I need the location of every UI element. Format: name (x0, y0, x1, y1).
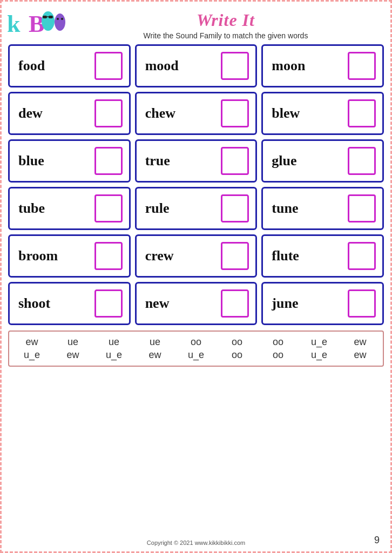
word-label: shoot (18, 295, 50, 312)
answer-box[interactable] (94, 52, 123, 80)
answer-box[interactable] (221, 52, 249, 80)
word-card: june (261, 282, 384, 325)
answer-box[interactable] (94, 99, 123, 127)
word-label: june (272, 295, 298, 312)
word-label: dew (18, 105, 43, 122)
page-subtitle: Write the Sound Family to match the give… (67, 31, 384, 40)
sound-cell: ew (349, 336, 371, 348)
word-card: blew (261, 92, 384, 135)
answer-box[interactable] (221, 99, 249, 127)
word-label: rule (145, 200, 170, 217)
sound-bank-row: u_eewu_eewu_eoooou_eew (11, 349, 381, 361)
answer-box[interactable] (221, 147, 249, 175)
word-card: blue (8, 139, 131, 183)
word-label: true (145, 153, 170, 169)
word-card: flute (261, 234, 384, 278)
word-label: tube (18, 200, 45, 217)
word-label: food (18, 58, 45, 74)
word-card: food (8, 44, 131, 87)
title-area: Write It Write the Sound Family to match… (67, 10, 384, 40)
sound-cell: ew (349, 349, 371, 361)
word-card: mood (135, 44, 258, 87)
sound-cell: ew (21, 336, 43, 348)
word-label: flute (272, 248, 299, 264)
sound-cell: u_e (185, 349, 207, 361)
sound-cell: oo (185, 336, 207, 348)
answer-box[interactable] (94, 289, 123, 318)
sound-cell: ew (144, 349, 166, 361)
sound-cell: oo (226, 336, 248, 348)
sound-cell: oo (226, 349, 248, 361)
sound-cell: u_e (21, 349, 43, 361)
header: Write It Write the Sound Family to match… (8, 8, 384, 40)
word-card: moon (261, 44, 384, 87)
answer-box[interactable] (94, 242, 123, 270)
word-card: rule (135, 187, 258, 230)
word-label: new (145, 295, 170, 312)
word-card: crew (135, 234, 258, 278)
sound-bank-row: ewueueueoooooou_eew (11, 336, 381, 348)
word-card: glue (261, 139, 384, 183)
word-label: moon (272, 58, 305, 74)
copyright-text: Copyright © 2021 www.kikkibikki.com (147, 539, 245, 546)
word-card: shoot (8, 282, 131, 325)
page-number: 9 (374, 535, 380, 546)
sound-cell: u_e (308, 349, 330, 361)
sound-cell: oo (267, 336, 289, 348)
word-card: new (135, 282, 258, 325)
sound-cell: u_e (308, 336, 330, 348)
answer-box[interactable] (348, 289, 376, 318)
word-grid: foodmoodmoondewchewblewbluetruegluetuber… (8, 44, 384, 325)
answer-box[interactable] (348, 147, 376, 175)
answer-box[interactable] (221, 194, 249, 222)
footer: Copyright © 2021 www.kikkibikki.com (2, 539, 390, 546)
answer-box[interactable] (348, 194, 376, 222)
word-label: crew (145, 248, 174, 264)
word-card: tune (261, 187, 384, 230)
sound-cell: ue (62, 336, 84, 348)
word-card: chew (135, 92, 258, 135)
word-card: tube (8, 187, 131, 230)
word-label: blue (18, 153, 44, 169)
word-label: broom (18, 248, 58, 264)
word-card: broom (8, 234, 131, 278)
answer-box[interactable] (221, 289, 249, 318)
word-label: glue (272, 153, 296, 169)
sound-cell: ue (144, 336, 166, 348)
page: k B Write It Write the Sound Family to m… (0, 0, 392, 553)
word-label: mood (145, 58, 179, 74)
answer-box[interactable] (348, 99, 376, 127)
word-label: blew (272, 105, 300, 122)
sound-bank: ewueueueoooooou_eewu_eewu_eewu_eoooou_ee… (8, 331, 384, 367)
word-label: chew (145, 105, 175, 122)
sound-cell: ew (62, 349, 84, 361)
page-title: Write It (67, 10, 384, 30)
answer-box[interactable] (348, 242, 376, 270)
answer-box[interactable] (94, 194, 123, 222)
answer-box[interactable] (221, 242, 249, 270)
word-card: true (135, 139, 258, 183)
answer-box[interactable] (94, 147, 123, 175)
word-label: tune (272, 200, 298, 217)
sound-cell: ue (103, 336, 125, 348)
answer-box[interactable] (348, 52, 376, 80)
sound-cell: u_e (103, 349, 125, 361)
sound-cell: oo (267, 349, 289, 361)
word-card: dew (8, 92, 131, 135)
